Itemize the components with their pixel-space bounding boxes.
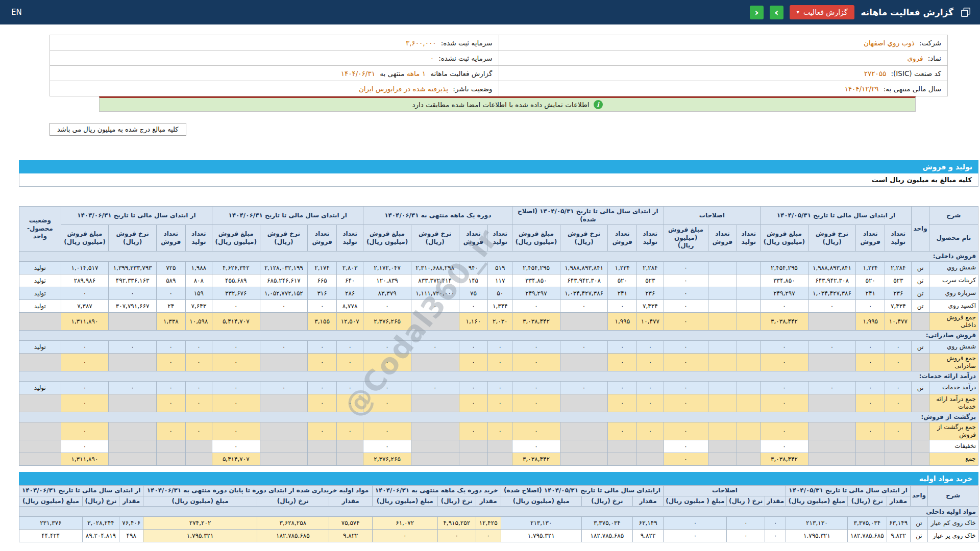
value-cell: ۲,۳۷۶,۲۶۵ — [363, 312, 411, 330]
value-cell — [560, 353, 608, 371]
value-cell: ۳۳۴,۸۵۰ — [512, 274, 560, 287]
value-cell — [737, 453, 761, 465]
value-cell: ۰ — [664, 312, 708, 330]
value-cell: ۰ — [761, 353, 808, 371]
value-cell: ۴۹۲,۳۳۶,۱۶۳ — [109, 274, 157, 287]
value-cell: ۰ — [61, 353, 108, 371]
value-cell: ۲,۲۸۴ — [637, 261, 664, 274]
next-report-button[interactable]: › — [770, 6, 783, 19]
table-row: خاک روی پر عیارتن۹,۸۲۲۱۸۲,۷۸۵,۶۸۵۱,۷۹۵,۳… — [19, 530, 978, 542]
value-cell — [459, 453, 488, 465]
value-cell: ۲,۲۸۴ — [885, 261, 912, 274]
page: { "topbar": { "title": "گزارش فعالیت ماه… — [0, 0, 980, 551]
column-header: تعداد فروش — [608, 225, 637, 252]
value-cell: ۰ — [185, 394, 212, 412]
value-cell: ۰ — [560, 299, 608, 312]
value-cell: ۳,۰۳۸,۴۴۲ — [512, 453, 560, 465]
value-cell: ۴۵۵,۶۸۹ — [212, 274, 260, 287]
previous-report-button[interactable]: ‹ — [750, 6, 764, 19]
value-cell: ۱,۲۳۴ — [856, 261, 885, 274]
value-cell: ۶۶۵ — [308, 274, 337, 287]
value-cell: ۱۴۵ — [459, 274, 488, 287]
value-cell: ۸۹,۲۰۴,۸۱۹ — [82, 530, 119, 542]
column-header: شرح — [928, 485, 978, 506]
value-cell: ۹۴۰ — [459, 261, 488, 274]
value-cell — [488, 440, 512, 453]
value-cell: ۰ — [212, 340, 260, 353]
value-cell: ۰ — [856, 299, 885, 312]
value-cell: ۰ — [637, 340, 664, 353]
company-value: ذوب روي اصفهان — [864, 39, 915, 47]
value-cell: ۰ — [437, 530, 476, 542]
value-cell: ۰ — [459, 353, 488, 371]
table-row: سرباره رويتن۲۳۶۲۴۱۱,۰۳۴,۴۲۷,۳۸۶۲۴۹,۲۹۷۰۲… — [19, 287, 978, 299]
value-cell — [708, 353, 737, 371]
value-cell — [260, 394, 308, 412]
column-group-header: از ابتدای سال مالی تا تاریخ ۱۴۰۴/۰۶/۳۱ — [212, 207, 363, 225]
row-label: اکسید روي — [929, 299, 978, 312]
value-cell: ۰ — [637, 381, 664, 394]
value-cell: ۰ — [560, 381, 608, 394]
value-cell: ۲۸۶ — [336, 287, 363, 299]
status-cell — [19, 422, 61, 440]
value-cell: ۲۴۹,۲۹۷ — [512, 287, 560, 299]
value-cell: ۰ — [664, 381, 708, 394]
value-cell: ۰ — [856, 422, 885, 440]
value-cell: ۰ — [856, 340, 885, 353]
symbol-cell: نماد: فروي — [499, 51, 948, 66]
value-cell — [737, 340, 761, 353]
value-cell — [260, 440, 308, 453]
value-cell — [488, 453, 512, 465]
language-toggle[interactable]: EN — [8, 7, 25, 17]
value-cell — [260, 312, 308, 330]
column-header: تعداد تولید — [885, 225, 912, 252]
value-cell — [708, 394, 737, 412]
report-type-dropdown[interactable]: گزارش فعالیت ▾ — [790, 5, 855, 19]
value-cell: ۳,۳۷۵,۰۳۴ — [581, 517, 632, 530]
column-header: مقدار — [887, 496, 910, 507]
table-row: کربنات سربتن۵۲۳۵۲۰۶۴۳,۹۴۲,۳۰۸۳۳۴,۸۵۰۰۵۲۳… — [19, 274, 978, 287]
value-cell: ۵۸۹ — [156, 274, 185, 287]
table-row: جمع فروش صادراتی۰۰۰۰۰۰۰۰۰۰۰۰۰۰۰۰ — [19, 353, 978, 371]
value-cell: ۳,۶۲۸,۲۵۸ — [257, 517, 329, 530]
status-cell — [19, 394, 61, 412]
value-cell — [109, 312, 157, 330]
value-cell — [109, 394, 157, 412]
value-cell: ۰ — [885, 394, 912, 412]
value-cell: ۹,۸۲۲ — [632, 530, 663, 542]
value-cell — [411, 440, 459, 453]
value-cell — [708, 440, 737, 453]
value-cell: ۰ — [637, 394, 664, 412]
column-header: مبلغ (میلیون ریال) — [19, 496, 83, 507]
status-cell: تولید — [19, 274, 61, 287]
registered-capital-value: ۳,۶۰۰,۰۰۰ — [406, 39, 436, 47]
value-cell: ۲,۸۰۳ — [336, 261, 363, 274]
value-cell: ۳۳۴,۸۵۰ — [761, 274, 808, 287]
value-cell: ۰ — [664, 340, 708, 353]
column-header: مبلغ فروش (میلیون ریال) — [212, 225, 260, 252]
column-header: مبلغ فروش (میلیون ریال) — [512, 225, 560, 252]
section-row: برگشت از فروش: — [19, 412, 978, 422]
value-cell: ۱,۹۸۸,۸۹۳,۸۴۱ — [808, 261, 856, 274]
value-cell: ۰ — [727, 517, 765, 530]
value-cell: ۴۹۸ — [119, 530, 143, 542]
value-cell: ۶۳,۱۴۹ — [632, 517, 663, 530]
value-cell: ۰ — [664, 517, 727, 530]
value-cell: ۱,۱۱۱,۷۲۰,۰۰۰ — [411, 287, 459, 299]
value-cell — [260, 422, 308, 440]
column-header: نرخ ( ریال) — [727, 496, 765, 507]
column-header: نرخ (ریال) — [257, 496, 329, 507]
column-header: مبلغ (میلیون ریال) — [786, 496, 848, 507]
copy-report-icon[interactable] — [960, 6, 972, 18]
value-cell: ۰ — [411, 381, 459, 394]
value-cell — [708, 274, 737, 287]
status-cell: تولید — [19, 287, 61, 299]
value-cell: ۰ — [308, 394, 337, 412]
value-cell: ۲۱۳,۱۳۰ — [786, 517, 848, 530]
symbol-label: نماد: — [928, 54, 941, 62]
value-cell: ۱,۳۹۹,۳۳۳,۷۹۳ — [109, 261, 157, 274]
unregistered-capital-label: سرمایه ثبت نشده: — [438, 54, 492, 62]
value-cell: ۰ — [608, 394, 637, 412]
value-cell: ۰ — [637, 422, 664, 440]
value-cell: ۱۵۹ — [185, 287, 212, 299]
